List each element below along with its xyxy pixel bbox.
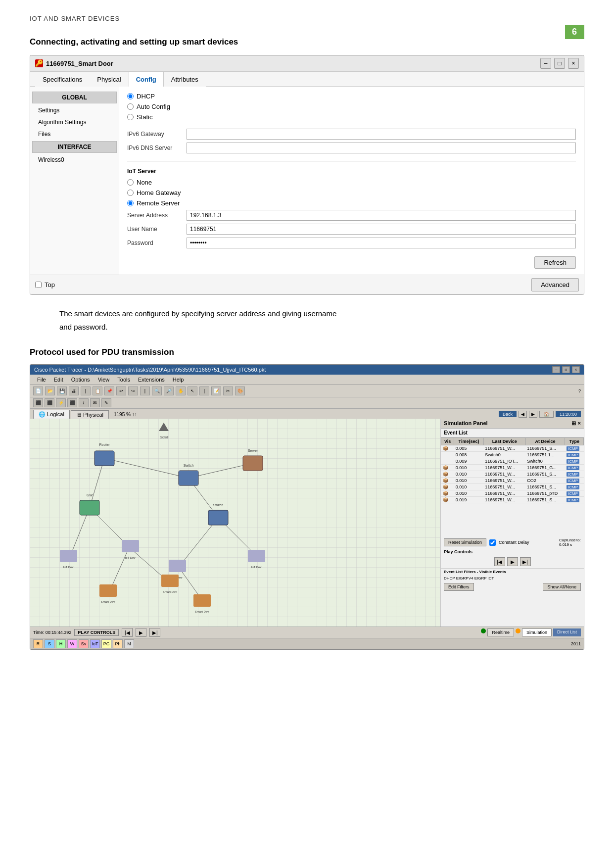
left-panel-global-header[interactable]: GLOBAL [32,92,117,103]
reset-sim-btn[interactable]: Reset Simulation [444,538,486,546]
pt-maximize-btn[interactable]: σ [562,366,570,373]
pt-minimize-btn[interactable]: – [552,366,560,373]
nav-prev[interactable]: ◀ [519,411,527,418]
menu-help[interactable]: Help [169,376,188,384]
close-button[interactable]: × [568,58,579,69]
event-row[interactable]: 📦 0.010 11669751_W... 11669751_pTD ICMP [441,490,584,497]
left-panel-interface-header[interactable]: INTERFACE [32,141,117,153]
menu-file[interactable]: File [33,376,50,384]
left-panel-algorithm[interactable]: Algorithm Settings [30,116,119,128]
device-phone[interactable]: Ph [113,639,123,648]
sim-panel-close[interactable]: × [578,420,581,427]
refresh-button[interactable]: Refresh [534,256,576,269]
tool-note[interactable]: 📝 [211,386,221,395]
advanced-button[interactable]: Advanced [531,278,579,291]
event-row[interactable]: 📦 0.019 11669751_W... 11669751_S... ICMP [441,497,584,503]
tool-zoom-out[interactable]: 🔎 [164,386,174,395]
device-pc[interactable]: PC [101,639,111,648]
menu-extensions[interactable]: Extensions [134,376,169,384]
pt-tab-logical[interactable]: 🌐 Logical [33,410,70,419]
play-forward-btn[interactable]: ▶| [520,557,531,566]
sim-panel-header: Simulation Panel ⊞ × [441,419,584,429]
ipv6-gateway-input[interactable] [187,129,576,140]
nav-next[interactable]: ▶ [529,411,537,418]
subtool-3[interactable]: ⚡ [56,398,66,407]
sim-panel-float[interactable]: ⊞ [571,420,576,427]
menu-options[interactable]: Options [67,376,94,384]
device-server[interactable]: Sv [79,639,89,648]
dhcp-radio[interactable] [127,93,134,99]
device-iot[interactable]: IoT [90,639,100,648]
tool-save[interactable]: 💾 [57,386,67,395]
left-panel-settings[interactable]: Settings [30,104,119,116]
direct-list-btn[interactable]: Direct List [553,628,581,636]
username-input[interactable] [187,224,576,235]
subtool-1[interactable]: ⬛ [33,398,43,407]
event-row[interactable]: 📦 0.010 11669751_W... 11669751_S... ICMP [441,484,584,490]
device-hub[interactable]: H [56,639,66,648]
event-row[interactable]: 0.008 Switch0 11669751.1... ICMP [441,452,584,458]
device-switch[interactable]: S [45,639,54,648]
left-panel-wireless0[interactable]: Wireless0 [30,154,119,166]
tool-redo[interactable]: ↪ [128,386,138,395]
home-gateway-radio[interactable] [127,190,134,196]
subtool-6[interactable]: ✉ [90,398,100,407]
event-row[interactable]: 0.009 11669751_IOT... Switch0 ICMP [441,458,584,465]
pt-close-btn[interactable]: × [572,366,580,373]
menu-view[interactable]: View [94,376,114,384]
minimize-button[interactable]: – [540,58,551,69]
tab-physical[interactable]: Physical [90,72,128,87]
tool-print[interactable]: 🖨 [69,386,79,395]
server-address-input[interactable] [187,210,576,221]
tab-config[interactable]: Config [129,72,164,87]
tool-palette[interactable]: 🎨 [235,386,245,395]
tool-undo[interactable]: ↩ [116,386,126,395]
play-back-btn[interactable]: |◀ [494,557,505,566]
event-row[interactable]: 📦 0.010 11669751_W... 11669751_S... ICMP [441,471,584,478]
constant-delay-checkbox[interactable] [489,539,496,546]
maximize-button[interactable]: □ [554,58,565,69]
menu-edit[interactable]: Edit [50,376,67,384]
password-input[interactable] [187,238,576,248]
event-row[interactable]: 📦 0.010 11669751_W... 11669751_G... ICMP [441,465,584,471]
bottom-play-back[interactable]: |◀ [122,628,133,637]
subtool-5[interactable]: / [79,398,89,407]
tool-pan[interactable]: ✋ [176,386,186,395]
none-radio[interactable] [127,179,134,186]
autoconfig-radio[interactable] [127,103,134,110]
back-button[interactable]: Back [499,411,517,417]
event-row[interactable]: 📦 0.010 11669751_W... CO2 ICMP [441,478,584,484]
device-misc[interactable]: M [124,639,134,648]
simulation-tab[interactable]: Simulation [522,628,552,636]
menu-tools[interactable]: Tools [113,376,134,384]
pt-tab-physical[interactable]: 🖥 Physical [71,410,109,419]
tool-paste[interactable]: 📌 [104,386,114,395]
top-checkbox[interactable] [35,282,42,288]
remote-server-radio[interactable] [127,200,134,206]
show-all-btn[interactable]: Show All/None [543,583,581,591]
nav-home[interactable]: 🏠 [539,411,554,418]
device-router[interactable]: R [33,639,43,648]
tool-open[interactable]: 📂 [45,386,55,395]
tab-specifications[interactable]: Specifications [35,72,90,87]
subtool-2[interactable]: ⬛ [45,398,54,407]
realtime-tab[interactable]: Realtime [487,628,514,636]
bottom-play[interactable]: ▶ [136,628,146,637]
tool-new[interactable]: 📄 [33,386,43,395]
pt-canvas[interactable]: Router Switch Server GW Switch IoT Dev [30,419,440,627]
play-btn[interactable]: ▶ [507,557,518,566]
bottom-play-fwd[interactable]: ▶| [149,628,160,637]
tool-delete[interactable]: ✂ [223,386,233,395]
static-radio[interactable] [127,114,134,120]
subtool-7[interactable]: ✎ [101,398,111,407]
event-row[interactable]: 📦 0.005 11669751_W... 11669751_S... ICMP [441,445,584,452]
left-panel-files[interactable]: Files [30,128,119,140]
tab-attributes[interactable]: Attributes [164,72,206,87]
ipv6-dns-input[interactable] [187,143,576,153]
tool-zoom-in[interactable]: 🔍 [152,386,162,395]
device-wireless[interactable]: W [67,639,77,648]
subtool-4[interactable]: ⬛ [67,398,77,407]
tool-select[interactable]: ↖ [188,386,197,395]
edit-filters-btn[interactable]: Edit Filters [444,583,474,591]
tool-copy[interactable]: 📋 [93,386,102,395]
